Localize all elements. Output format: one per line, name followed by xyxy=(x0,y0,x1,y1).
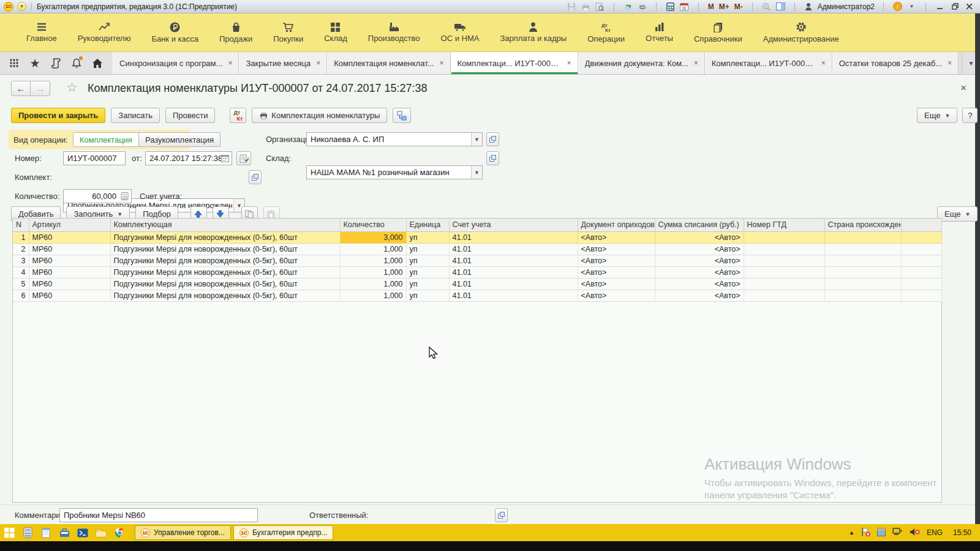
go-link-icon[interactable] xyxy=(637,2,647,12)
window-tab[interactable]: Закрытие месяца× xyxy=(239,52,327,74)
tab-close-icon[interactable]: × xyxy=(948,59,952,67)
responsible-open-icon[interactable] xyxy=(495,508,508,522)
restore-button[interactable] xyxy=(949,2,960,12)
date-input[interactable]: 24.07.2017 15:27:38 xyxy=(145,151,232,165)
organization-open-icon[interactable] xyxy=(486,132,499,146)
ribbon-section-dtkt[interactable]: ДтКтОперации xyxy=(577,14,635,51)
ribbon-section-truck[interactable]: ОС и НМА xyxy=(431,14,490,51)
dropdown-arrow-icon[interactable]: ▼ xyxy=(471,166,482,179)
table-row[interactable]: 6МР60Подгузники Mepsi для новорожденных … xyxy=(13,290,941,301)
tab-close-icon[interactable]: × xyxy=(440,59,444,67)
favorites-star-icon[interactable]: ★ xyxy=(28,56,42,70)
ribbon-section-books[interactable]: Справочники xyxy=(684,14,753,51)
ribbon-section-grid[interactable]: Склад xyxy=(314,14,358,51)
table-column-header[interactable]: N xyxy=(13,219,29,231)
taskbar-chrome-icon[interactable] xyxy=(110,524,129,541)
kit-open-icon[interactable] xyxy=(249,170,262,184)
ribbon-section-cart[interactable]: Покупки xyxy=(263,14,314,51)
tab-close-icon[interactable]: × xyxy=(821,59,826,67)
tab-close-icon[interactable]: × xyxy=(567,59,571,67)
start-button[interactable] xyxy=(0,524,18,541)
table-column-header[interactable]: Страна происхожден... xyxy=(824,219,901,231)
tray-volume-muted-icon[interactable] xyxy=(910,528,920,538)
tray-flag-icon[interactable] xyxy=(861,527,870,539)
get-link-icon[interactable] xyxy=(623,2,633,12)
table-row[interactable]: 5МР60Подгузники Mepsi для новорожденных … xyxy=(13,278,941,290)
table-column-header[interactable]: Комплектующая xyxy=(110,219,340,231)
organization-combo[interactable]: Николаева А. С. ИП ▼ xyxy=(306,132,483,146)
window-tab[interactable]: Остатки товаров 25 декаб...× xyxy=(832,52,959,74)
post-and-close-button[interactable]: Провести и закрыть xyxy=(11,108,105,123)
taskbar-app-button[interactable]: 1СУправление торгов... xyxy=(135,525,231,540)
ribbon-section-ruble[interactable]: Банк и касса xyxy=(141,14,209,51)
post-button[interactable]: Провести xyxy=(165,108,216,123)
zoom-icon[interactable] xyxy=(761,2,772,12)
tab-close-icon[interactable]: × xyxy=(228,59,232,67)
close-button[interactable] xyxy=(964,2,975,12)
table-column-header[interactable]: Артикул xyxy=(29,219,110,231)
table-column-header[interactable]: Счет учета xyxy=(449,219,578,231)
ribbon-section-bag[interactable]: Продажи xyxy=(209,14,263,51)
language-indicator[interactable]: ENG xyxy=(927,528,943,537)
operation-assembly-toggle[interactable]: Комплектация xyxy=(73,132,139,147)
current-user[interactable]: Администратор2 xyxy=(818,2,875,11)
ribbon-section-person[interactable]: Зарплата и кадры xyxy=(489,14,577,51)
print-icon[interactable] xyxy=(581,2,591,12)
window-tab[interactable]: Синхронизация с програм...× xyxy=(113,52,239,74)
forward-button[interactable]: → xyxy=(31,81,50,96)
operation-disassembly-toggle[interactable]: Разукомплектация xyxy=(139,132,221,147)
document-close-icon[interactable]: × xyxy=(960,82,967,94)
taskbar-notepad-icon[interactable] xyxy=(37,524,55,541)
more-button[interactable]: Еще▼ xyxy=(917,108,957,123)
memory-m-button[interactable]: M xyxy=(707,2,715,11)
table-column-header[interactable]: Количество xyxy=(340,219,406,231)
tab-close-icon[interactable]: × xyxy=(694,59,698,67)
table-row[interactable]: 2МР60Подгузники Mepsi для новорожденных … xyxy=(13,243,941,255)
table-column-header[interactable]: Сумма списания (руб.) xyxy=(655,219,744,231)
home-icon[interactable] xyxy=(91,56,104,70)
memory-m-minus-button[interactable]: M- xyxy=(734,2,744,11)
table-column-header[interactable]: Единица xyxy=(406,219,449,231)
window-tab[interactable]: Комплектация номенклат...× xyxy=(327,52,450,74)
window-tab[interactable]: Комплектаци... И1УТ-000005× xyxy=(705,52,832,74)
warehouse-combo[interactable]: НАША МАМА №1 розничный магазин ▼ xyxy=(306,165,483,179)
calculator-icon[interactable] xyxy=(665,2,676,12)
taskbar-explorer-icon[interactable] xyxy=(92,524,110,541)
ribbon-section-trend[interactable]: Руководителю xyxy=(67,14,141,51)
taskbar-app-button[interactable]: 1СБухгалтерия предпр... xyxy=(233,525,333,540)
dropdown-arrow-icon[interactable]: ▼ xyxy=(471,133,482,146)
fill-from-document-icon[interactable] xyxy=(236,151,251,165)
save-icon[interactable] xyxy=(567,2,577,12)
warehouse-open-icon[interactable] xyxy=(486,151,499,165)
table-column-header[interactable]: Документ оприходов... xyxy=(578,219,655,231)
history-scroll-icon[interactable] xyxy=(49,56,62,70)
structure-subordination-button[interactable] xyxy=(393,108,411,123)
taskbar-powershell-icon[interactable] xyxy=(74,524,92,541)
minimize-button[interactable] xyxy=(935,2,946,12)
split-view-icon[interactable] xyxy=(775,2,786,12)
ribbon-section-gear[interactable]: Администрирование xyxy=(753,14,850,51)
calculator-picker-icon[interactable] xyxy=(119,191,130,201)
dtkt-postings-button[interactable]: ДтКт xyxy=(230,108,246,123)
window-tab[interactable]: Комплектаци... И1УТ-000007× xyxy=(451,52,578,74)
notifications-bell-icon[interactable] xyxy=(70,56,83,70)
number-input[interactable]: И1УТ-000007 xyxy=(63,151,126,165)
info-icon[interactable]: i xyxy=(892,2,903,12)
calendar-picker-icon[interactable] xyxy=(220,153,230,163)
tray-network-icon[interactable] xyxy=(892,528,903,538)
ribbon-section-factory[interactable]: Производство xyxy=(358,14,431,51)
print-document-button[interactable]: Комплектация номенклатуры xyxy=(252,108,387,123)
taskbar-briefcase-icon[interactable] xyxy=(55,524,74,541)
help-button[interactable]: ? xyxy=(962,108,978,123)
comment-input[interactable]: Пробники Mepsi NB60 xyxy=(59,508,258,522)
back-button[interactable]: ← xyxy=(11,81,31,96)
chevron-down-icon[interactable]: ▼ xyxy=(907,2,917,12)
main-menu-dropdown-icon[interactable]: ▼ xyxy=(17,2,26,11)
tab-close-icon[interactable]: × xyxy=(316,59,320,67)
tray-app-icon[interactable] xyxy=(877,528,886,538)
tray-expand-icon[interactable]: ▲ xyxy=(849,530,854,536)
table-more-button[interactable]: Еще▼ xyxy=(937,206,978,222)
ribbon-section-menu[interactable]: Главное xyxy=(16,14,67,51)
memory-m-plus-button[interactable]: M+ xyxy=(718,2,730,11)
clock[interactable]: 15:50 xyxy=(953,528,971,537)
